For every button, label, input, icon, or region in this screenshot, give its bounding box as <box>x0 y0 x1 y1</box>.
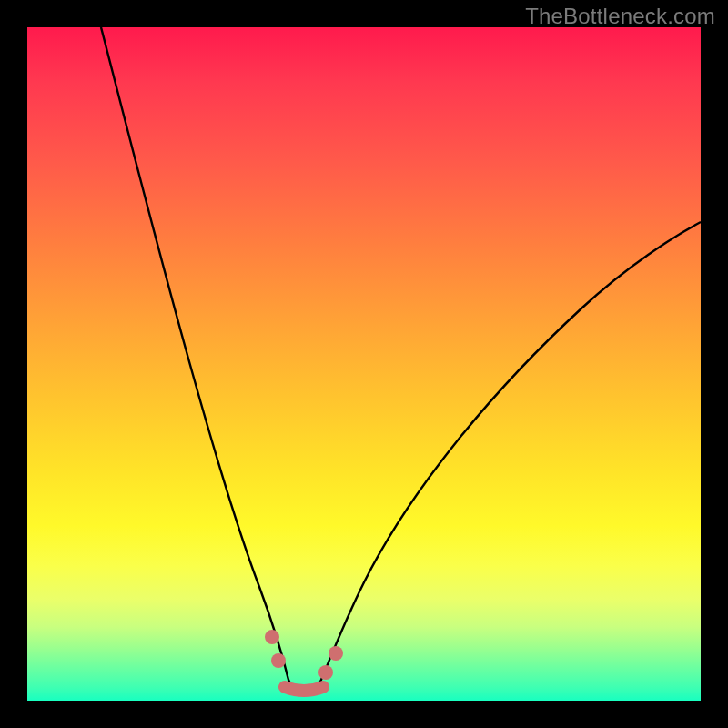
plot-area <box>27 27 701 701</box>
curve-layer <box>27 27 701 701</box>
threshold-dot <box>271 653 286 668</box>
chart-frame: TheBottleneck.com <box>0 0 728 728</box>
floor-highlight <box>285 687 323 691</box>
threshold-dot <box>265 630 279 644</box>
threshold-dot <box>329 646 343 661</box>
watermark-text: TheBottleneck.com <box>525 4 715 29</box>
bottleneck-curve <box>101 27 701 693</box>
threshold-dot <box>318 665 333 680</box>
